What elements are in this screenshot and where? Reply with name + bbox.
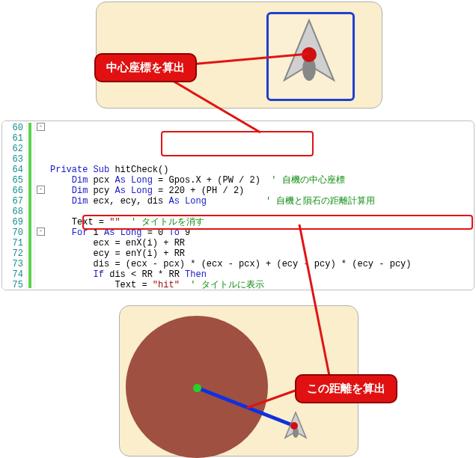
highlight-distance-calc: [82, 215, 473, 230]
fold-gutter: ---: [35, 121, 47, 290]
change-marker-gutter: [26, 121, 35, 290]
callout-distance: この距離を算出: [295, 374, 397, 403]
rock-center-dot: [193, 384, 201, 392]
ship-center-dot-small: [290, 422, 298, 430]
highlight-center-calc: [161, 131, 314, 156]
code-text: Private Sub hitCheck() Dim pcx As Long =…: [47, 121, 474, 290]
line-number-gutter: 60616263646566676869707172737475: [2, 121, 26, 290]
callout-center-label: 中心座標を算出: [106, 62, 185, 75]
callout-distance-label: この距離を算出: [307, 383, 385, 396]
callout-center: 中心座標を算出: [94, 53, 197, 82]
code-panel: 60616263646566676869707172737475 --- Pri…: [1, 120, 475, 290]
ship-center-dot: [302, 47, 317, 62]
